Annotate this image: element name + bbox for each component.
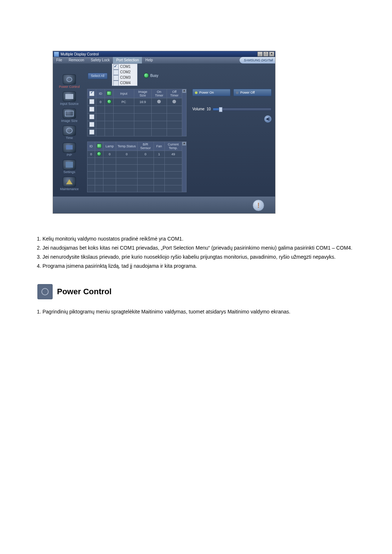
led-on-icon [195, 91, 197, 94]
controls-panel: Power On Power Off Volume 10 ◀) [189, 63, 275, 197]
menu-port-selection[interactable]: Port Selection [113, 57, 142, 63]
section-heading: Power Control [37, 284, 365, 299]
col-fan: Fan [154, 142, 164, 151]
sidebar-item-pip[interactable]: PIP [55, 143, 84, 157]
volume-row: Volume 10 [192, 107, 271, 111]
settings-icon [63, 160, 76, 170]
slider-knob[interactable] [219, 107, 222, 112]
sidebar-item-power-control[interactable]: Power Control [55, 74, 84, 89]
sensor-table: ID Lamp Temp.Status B/R Sensor Fan Curre… [87, 141, 187, 192]
table-row[interactable] [87, 106, 187, 114]
port-option-com2[interactable]: COM2 [112, 69, 137, 75]
sidebar-item-settings[interactable]: Settings [55, 160, 84, 174]
port-option-com1[interactable]: COM1 [112, 64, 137, 69]
brand-label: SAMSUNG DIGITall [240, 57, 275, 63]
timer-off-icon [157, 100, 161, 103]
col-br-sensor: B/R Sensor [137, 142, 154, 151]
col-id: ID [96, 89, 105, 98]
port-option-com4[interactable]: COM4 [112, 80, 137, 86]
sidebar-item-input-source[interactable]: Input Source [55, 91, 84, 106]
col-image-size: Image Size [134, 89, 151, 98]
menubar: File Remocon Safety Lock Port Selection … [53, 57, 275, 63]
sidebar-item-maintenance[interactable]: Maintenance [55, 177, 84, 191]
note-item: Jei nenurodysite tikslaus prievado, prie… [42, 254, 365, 260]
col-temp-status: Temp.Status [116, 142, 137, 151]
time-icon [63, 126, 76, 136]
status-dot-icon [107, 99, 111, 104]
notes-list: Kelių monitorių valdymo nuostatos pradin… [34, 235, 365, 270]
close-button[interactable]: × [269, 52, 274, 57]
note-item: Pagrindinių piktogramų meniu spragtelėki… [42, 308, 365, 315]
section-notes-list: Pagrindinių piktogramų meniu spragtelėki… [34, 308, 365, 315]
table-row[interactable] [87, 185, 187, 192]
volume-value: 10 [207, 107, 211, 111]
status-led-icon [97, 144, 102, 148]
table-row[interactable]: 0 PC 16:9 [87, 98, 187, 106]
col-off-timer: Off Timer [167, 89, 182, 98]
sidebar-item-time[interactable]: Time [55, 126, 84, 140]
table-row[interactable] [87, 172, 187, 178]
table1-scrollbar[interactable]: ▲ [182, 89, 186, 136]
input-source-icon [63, 91, 76, 102]
power-on-button[interactable]: Power On [192, 89, 230, 96]
col-id: ID [87, 142, 95, 151]
port-selection-dropdown: COM1 COM2 COM3 COM4 [112, 63, 138, 86]
minimize-button[interactable]: _ [257, 52, 263, 57]
note-item: Programa įsimena pasirinktą lizdą, tad j… [42, 263, 365, 270]
busy-indicator: Busy [144, 73, 158, 78]
sidebar: Power Control Input Source Image Size Ti… [53, 63, 86, 197]
window-title: Multiple Display Control [61, 52, 257, 56]
maximize-button[interactable]: □ [263, 52, 269, 57]
row-checkbox[interactable] [89, 99, 94, 104]
status-led-icon [107, 91, 111, 95]
timer-off-icon [172, 100, 176, 103]
speaker-icon[interactable]: ◀) [264, 115, 271, 123]
menu-remocon[interactable]: Remocon [65, 57, 87, 63]
table-row[interactable] [87, 129, 187, 136]
display-table: ID Input Image Size On Timer Off Timer ▲… [87, 89, 187, 136]
table-row[interactable]: 0 0 0 0 1 49 [87, 151, 187, 158]
busy-led-icon [144, 73, 149, 78]
app-icon [54, 52, 59, 57]
port-option-com3[interactable]: COM3 [112, 75, 137, 80]
select-all-button[interactable]: Select All [88, 73, 107, 79]
table-row[interactable] [87, 114, 187, 121]
volume-label: Volume [192, 107, 204, 111]
section-title: Power Control [57, 287, 111, 296]
table-row[interactable] [87, 165, 187, 172]
menu-file[interactable]: File [53, 57, 65, 63]
power-control-section-icon [37, 284, 53, 299]
table-row[interactable] [87, 178, 187, 185]
volume-slider[interactable] [213, 108, 271, 111]
col-on-timer: On Timer [151, 89, 167, 98]
table2-scrollbar[interactable]: ▲ [182, 142, 186, 192]
power-off-button[interactable]: Power Off [233, 89, 271, 96]
table-row[interactable] [87, 158, 187, 165]
col-lamp: Lamp [103, 142, 116, 151]
titlebar: Multiple Display Control _ □ × [53, 51, 275, 57]
header-checkbox[interactable] [89, 91, 94, 96]
image-size-icon [63, 108, 76, 119]
power-icon [63, 74, 76, 85]
warning-icon: ! [253, 200, 264, 211]
app-window-screenshot: Multiple Display Control _ □ × File Remo… [53, 51, 275, 214]
status-bar: ! [53, 197, 275, 213]
pip-icon [63, 143, 76, 153]
col-current-temp: Current Temp. [164, 142, 182, 151]
check-icon [113, 64, 119, 70]
note-item: Kelių monitorių valdymo nuostatos pradin… [42, 235, 365, 242]
led-off-icon [236, 91, 238, 94]
scroll-up-icon[interactable]: ▲ [182, 89, 186, 93]
table-row[interactable] [87, 121, 187, 129]
status-dot-icon [97, 152, 101, 156]
sidebar-item-image-size[interactable]: Image Size [55, 108, 84, 123]
note-item: Jei naudojamas bet koks kitas nei COM1 p… [42, 245, 365, 251]
maintenance-icon [63, 177, 76, 187]
scroll-up-icon[interactable]: ▲ [182, 142, 186, 145]
col-input: Input [114, 89, 134, 98]
menu-help[interactable]: Help [142, 57, 156, 63]
menu-safety-lock[interactable]: Safety Lock [87, 57, 113, 63]
